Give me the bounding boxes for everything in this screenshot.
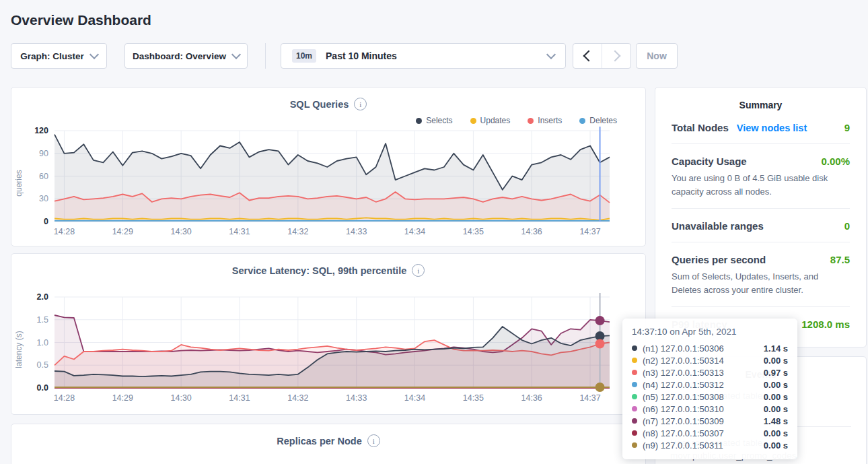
x-axis-tick: 14:29 xyxy=(112,227,133,236)
time-range-dropdown[interactable]: 10m Past 10 Minutes xyxy=(281,43,566,69)
summary-label: Capacity Usage xyxy=(672,156,747,167)
node-address: (n2) 127.0.0.1:50314 xyxy=(643,356,724,366)
time-range-label: Past 10 Minutes xyxy=(326,51,538,61)
chevron-down-icon xyxy=(89,50,99,59)
tooltip-node-row: (n3) 127.0.0.1:503130.97 s xyxy=(632,366,788,378)
sql-queries-card: SQL Queries i SelectsUpdatesInsertsDelet… xyxy=(11,87,646,246)
node-color-dot-icon xyxy=(632,430,637,436)
x-axis-tick: 14:28 xyxy=(54,227,75,236)
node-address: (n7) 127.0.0.1:50309 xyxy=(643,416,724,426)
summary-value: 87.5 xyxy=(830,254,850,265)
node-latency-value: 1.14 s xyxy=(764,343,788,354)
node-address: (n5) 127.0.0.1:50308 xyxy=(643,392,724,402)
x-axis-tick: 14:30 xyxy=(171,393,192,403)
x-axis-tick: 14:34 xyxy=(404,227,425,236)
legend-label: Deletes xyxy=(589,116,617,125)
node-color-dot-icon xyxy=(632,442,637,448)
x-axis-tick: 14:34 xyxy=(404,393,425,403)
node-address: (n6) 127.0.0.1:50310 xyxy=(643,404,724,414)
chevron-left-icon xyxy=(583,51,595,62)
x-axis-tick: 14:30 xyxy=(171,227,192,236)
node-address: (n8) 127.0.0.1:50307 xyxy=(643,428,724,438)
node-latency-value: 0.00 s xyxy=(764,380,788,390)
chart-title: Replicas per Node xyxy=(277,436,362,446)
y-axis-tick: 30 xyxy=(39,194,48,203)
x-axis-tick: 14:36 xyxy=(521,393,542,403)
x-axis-tick: 14:35 xyxy=(463,393,484,403)
node-color-dot-icon xyxy=(632,345,637,351)
node-latency-value: 0.97 s xyxy=(764,368,788,378)
y-axis-tick: 0.0 xyxy=(37,383,48,393)
y-axis-tick: 1.5 xyxy=(37,315,48,325)
time-forward-button[interactable] xyxy=(602,44,630,68)
dashboard-dropdown[interactable]: Dashboard: Overview xyxy=(124,43,248,69)
y-axis-tick: 0.5 xyxy=(37,360,48,370)
graph-dropdown[interactable]: Graph: Cluster xyxy=(11,43,107,69)
summary-value: 9 xyxy=(844,122,850,133)
summary-label: Unavailable ranges xyxy=(672,220,764,232)
chart-hover-tooltip: 14:37:10 on Apr 5th, 2021 (n1) 127.0.0.1… xyxy=(622,319,797,459)
tooltip-node-row: (n2) 127.0.0.1:503140.00 s xyxy=(632,354,788,366)
time-step-buttons xyxy=(573,43,631,69)
time-back-button[interactable] xyxy=(573,44,602,68)
tooltip-timestamp: 14:37:10 on Apr 5th, 2021 xyxy=(632,327,788,337)
node-color-dot-icon xyxy=(632,370,637,375)
toolbar: Graph: Cluster Dashboard: Overview 10m P… xyxy=(11,43,857,69)
summary-value: 1208.0 ms xyxy=(801,319,850,330)
sql-queries-chart[interactable]: queries 14:2814:2914:3014:3114:3214:3314… xyxy=(11,127,645,240)
legend-dot-icon xyxy=(416,118,422,124)
y-axis-label: latency (s) xyxy=(14,331,24,368)
legend-label: Inserts xyxy=(538,116,562,125)
legend-item-inserts[interactable]: Inserts xyxy=(528,116,562,125)
summary-item-unavailable-ranges: Unavailable ranges 0 xyxy=(672,209,850,242)
tooltip-node-row: (n4) 127.0.0.1:503120.00 s xyxy=(632,378,788,391)
replicas-per-node-card: Replicas per Node i xyxy=(11,424,646,464)
y-axis-tick: 60 xyxy=(39,172,48,181)
x-axis-tick: 14:35 xyxy=(463,227,484,236)
chevron-right-icon xyxy=(610,51,621,62)
legend-label: Updates xyxy=(480,116,511,125)
node-address: (n1) 127.0.0.1:50306 xyxy=(643,343,724,354)
summary-description: Sum of Selects, Updates, Inserts, and De… xyxy=(672,270,850,296)
y-axis-tick: 90 xyxy=(39,149,48,158)
service-latency-card: Service Latency: SQL, 99th percentile i … xyxy=(11,253,646,415)
summary-value: 0 xyxy=(844,220,850,232)
service-latency-chart[interactable]: latency (s) 14:2814:2914:3014:3114:3214:… xyxy=(11,293,645,406)
x-axis-tick: 14:33 xyxy=(346,393,367,403)
node-address: (n4) 127.0.0.1:50312 xyxy=(643,380,724,390)
x-axis-tick: 14:32 xyxy=(287,227,308,236)
charts-column: SQL Queries i SelectsUpdatesInsertsDelet… xyxy=(11,87,646,464)
summary-label: Queries per second xyxy=(672,254,766,265)
chart-title: SQL Queries xyxy=(290,99,349,110)
summary-value: 0.00% xyxy=(821,156,850,167)
now-button[interactable]: Now xyxy=(636,43,678,69)
legend-label: Selects xyxy=(426,116,452,125)
node-color-dot-icon xyxy=(632,406,637,411)
summary-description: You are using 0 B of 4.5 GiB usable disk… xyxy=(672,172,850,198)
view-nodes-list-link[interactable]: View nodes list xyxy=(737,123,807,133)
y-axis-tick: 2.0 xyxy=(37,293,48,302)
y-axis-label: queries xyxy=(14,170,24,196)
tooltip-node-row: (n5) 127.0.0.1:503080.00 s xyxy=(632,391,788,403)
page-title: Overview Dashboard xyxy=(11,12,857,28)
info-icon[interactable]: i xyxy=(367,434,380,447)
x-axis-tick: 14:31 xyxy=(229,227,250,236)
x-axis-tick: 14:36 xyxy=(521,227,542,236)
summary-item-capacity-usage: Capacity Usage 0.00% You are using 0 B o… xyxy=(672,144,850,209)
x-axis-tick: 14:37 xyxy=(579,227,600,236)
node-latency-value: 0.00 s xyxy=(764,392,788,402)
summary-item-total-nodes: Total Nodes View nodes list 9 xyxy=(672,110,850,144)
legend-item-updates[interactable]: Updates xyxy=(470,116,511,125)
tooltip-node-row: (n9) 127.0.0.1:503110.00 s xyxy=(632,439,788,451)
toolbar-divider xyxy=(265,43,266,69)
tooltip-node-row: (n1) 127.0.0.1:503061.14 s xyxy=(632,342,788,354)
legend-item-deletes[interactable]: Deletes xyxy=(579,116,617,125)
info-icon[interactable]: i xyxy=(354,98,367,110)
legend-dot-icon xyxy=(470,118,476,124)
time-range-badge: 10m xyxy=(292,49,316,63)
info-icon[interactable]: i xyxy=(412,264,425,277)
chevron-down-icon xyxy=(546,50,556,59)
legend-item-selects[interactable]: Selects xyxy=(416,116,452,125)
legend-dot-icon xyxy=(528,118,534,124)
node-color-dot-icon xyxy=(632,358,637,363)
